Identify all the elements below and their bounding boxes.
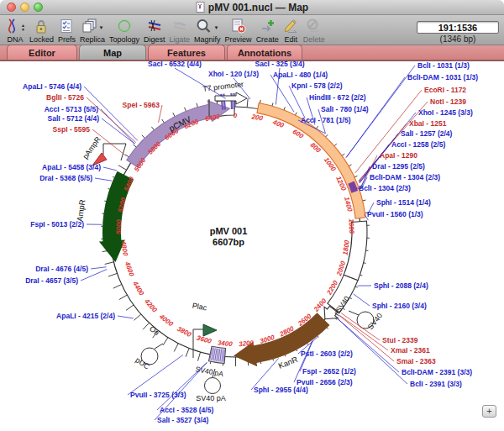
site-XhoI-1245[interactable]: XhoI - 1245 (3/3) (418, 108, 473, 117)
site-SphI-1514[interactable]: SphI - 1514 (1/4) (376, 198, 431, 207)
site-EcoRI-1172[interactable]: EcoRI - 1172 (424, 86, 466, 94)
toolbar: ▲▼DNALockedPrefs▼ReplicaTopologyDigestLi… (0, 15, 504, 45)
prefs-button[interactable]: Prefs (58, 19, 76, 44)
delete-icon (306, 18, 322, 37)
plasmid-name: pMV 001 (210, 226, 248, 236)
plac-arrow[interactable] (203, 324, 217, 336)
preview-button[interactable]: Preview (225, 19, 252, 44)
site-BclI-1304[interactable]: BclI - 1304 (2/3) (359, 184, 411, 192)
site-SpeI-5963[interactable]: SpeI - 5963 (123, 101, 160, 109)
document-icon (196, 2, 205, 13)
window-controls (7, 3, 43, 12)
edit-button[interactable]: Edit (283, 19, 299, 44)
dna-icon (5, 18, 18, 37)
tab-annotations[interactable]: Annotations (227, 45, 302, 60)
zoom-in-button[interactable]: + (482, 405, 496, 418)
site-AccI-1258[interactable]: AccI - 1258 (2/5) (391, 140, 445, 149)
site-DraI-4657[interactable]: DraI - 4657 (3/5) (25, 276, 78, 285)
tick-mark (143, 323, 150, 329)
toolbar-label: DNA (7, 35, 23, 44)
site-XhoI-120[interactable]: XhoI - 120 (1/3) (208, 70, 259, 78)
t7-promoter-label: T7 promoter (202, 80, 244, 93)
site-ApaLI-5746[interactable]: ApaLI - 5746 (4/4) (23, 82, 81, 91)
site-XmaI-2361[interactable]: XmaI - 2361 (391, 346, 430, 355)
tick-mark (118, 166, 127, 170)
site-KpnI-578[interactable]: KpnI - 578 (2/2) (291, 81, 343, 90)
site-SacI-325[interactable]: SacI - 325 (3/4) (255, 61, 304, 68)
site-DraI-4676[interactable]: DraI - 4676 (4/5) (35, 265, 88, 273)
site-StuI-2339[interactable]: StuI - 2339 (382, 336, 418, 344)
site-SspI-5595[interactable]: SspI - 5595 (53, 125, 91, 134)
tick-mark (119, 295, 128, 300)
site-XbaI-1251[interactable]: XbaI - 1251 (409, 119, 447, 128)
create-button[interactable]: Create (256, 19, 279, 44)
site-SacI-6532[interactable]: SacI - 6532 (4/4) (148, 61, 202, 68)
minimize-button[interactable] (20, 3, 29, 12)
magnify-button[interactable]: ▼Magnify (194, 19, 221, 44)
site-AccI-3528[interactable]: AccI - 3528 (4/5) (160, 406, 213, 414)
site-DraI-5368[interactable]: DraI - 5368 (5/5) (39, 174, 92, 182)
site-SalI-3527[interactable]: SalI - 3527 (3/4) (157, 416, 209, 424)
zoom-window-button[interactable] (34, 3, 43, 12)
delete-button: Delete (303, 19, 325, 44)
site-BclI-1031[interactable]: BclI - 1031 (1/3) (417, 61, 470, 70)
toolbar-label: Prefs (58, 35, 76, 44)
chevron-down-icon[interactable]: ▼ (213, 25, 218, 30)
tab-map[interactable]: Map (79, 45, 146, 60)
range-input[interactable]: 191:1536 (417, 21, 499, 34)
site-leader (95, 178, 112, 181)
site-NotI-1239[interactable]: NotI - 1239 (430, 97, 466, 106)
site-leader (157, 362, 207, 410)
map-area: 0200400600800100012001400160018002000220… (0, 61, 504, 428)
replica-button[interactable]: ▼Replica (80, 19, 105, 44)
replica-icon (81, 18, 97, 36)
sv40pa-symbol[interactable] (205, 378, 221, 394)
digest-icon (146, 18, 163, 36)
toolbar-label: Replica (80, 35, 105, 44)
site-PvuII-1560[interactable]: PvuII - 1560 (1/3) (367, 210, 423, 218)
site-SalI-5712[interactable]: SalI - 5712 (4/4) (48, 114, 100, 123)
dna-button[interactable]: ▲▼DNA (5, 19, 25, 44)
chevron-down-icon[interactable]: ▼ (99, 25, 104, 30)
tick-label: 1600 (347, 218, 355, 234)
site-BclI-DAM-1031[interactable]: BclI-DAM - 1031 (1/3) (407, 73, 478, 81)
site-SmaI-2363[interactable]: SmaI - 2363 (396, 357, 436, 365)
site-ApaLI-4215[interactable]: ApaLI - 4215 (2/4) (56, 312, 115, 320)
site-leader (118, 316, 134, 318)
site-FspI-5013[interactable]: FspI - 5013 (2/2) (30, 220, 84, 229)
site-SphI-2160[interactable]: SphI - 2160 (3/4) (372, 302, 427, 310)
site-AccI-781[interactable]: AccI - 781 (1/5) (301, 116, 351, 124)
site-BclI-DAM-2391[interactable]: BclI-DAM - 2391 (3/3) (402, 368, 472, 376)
site-DraI-1295[interactable]: DraI - 1295 (2/5) (372, 162, 425, 171)
topology-button[interactable]: Topology (109, 19, 139, 44)
site-BglII-5726[interactable]: BglII - 5726 (46, 93, 84, 102)
tab-editor[interactable]: Editor (7, 45, 77, 60)
site-BclI-DAM-1304[interactable]: BclI-DAM - 1304 (2/3) (370, 173, 440, 181)
stepper-control[interactable]: ▲▼ (21, 24, 25, 32)
tick-mark (163, 338, 168, 345)
site-HindIII-672[interactable]: HindIII - 672 (2/2) (309, 93, 366, 102)
digest-button[interactable]: Digest (144, 19, 165, 44)
site-AccI-5713[interactable]: AccI - 5713 (5/5) (45, 105, 98, 113)
site-ApaLI-480[interactable]: ApaLI - 480 (1/4) (273, 71, 328, 79)
site-FspI-2652[interactable]: FspI - 2652 (1/2) (302, 367, 356, 376)
site-SphI-2955[interactable]: SphI - 2955 (4/4) (254, 386, 308, 394)
site-ApaLI-5458[interactable]: ApaLI - 5458 (3/4) (42, 163, 101, 171)
tick-label: 4800 (119, 239, 129, 256)
close-button[interactable] (7, 3, 16, 12)
plasmid-map: 0200400600800100012001400160018002000220… (0, 61, 504, 428)
topology-icon (117, 18, 132, 37)
site-SalI-1257[interactable]: SalI - 1257 (2/4) (401, 129, 453, 138)
connector-line (155, 344, 163, 349)
site-SalI-780[interactable]: SalI - 780 (1/4) (321, 105, 369, 113)
ligate-button: Ligate (170, 19, 191, 44)
locked-button[interactable]: Locked (29, 19, 54, 44)
tick-mark (105, 262, 114, 265)
site-SphI-2088[interactable]: SphI - 2088 (2/4) (374, 281, 428, 290)
site-BclI-2391[interactable]: BclI - 2391 (3/3) (410, 380, 462, 388)
tab-features[interactable]: Features (148, 45, 225, 60)
site-ApaI-1290[interactable]: ApaI - 1290 (380, 151, 417, 160)
range-block: 191:1536 (1346 bp) (417, 21, 499, 44)
site-leader (101, 109, 135, 144)
tick-label: 4200 (143, 297, 160, 313)
